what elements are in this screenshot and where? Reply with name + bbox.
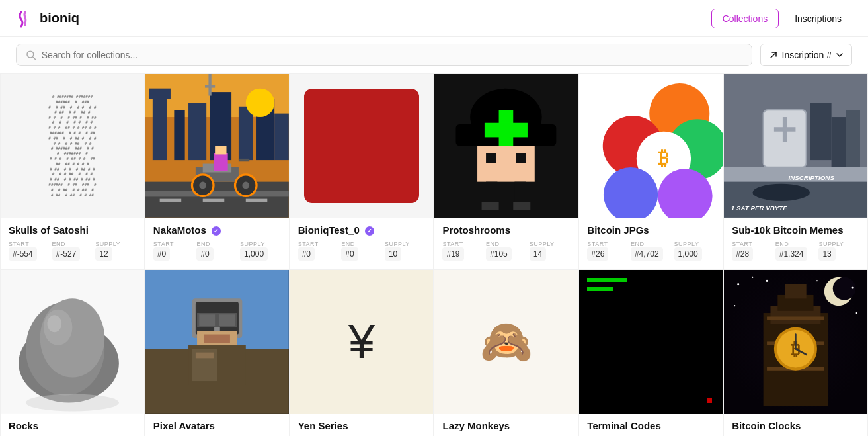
yen-symbol: ¥	[290, 270, 434, 414]
svg-rect-8	[188, 103, 206, 160]
start-label: START	[153, 241, 194, 247]
end-value: #0	[196, 247, 213, 261]
logo[interactable]: bioniq	[16, 9, 79, 28]
card-image	[145, 270, 289, 414]
start-value: #0	[153, 247, 170, 261]
collection-card[interactable]: Protoshrooms START #19 END #105 SUPPLY 1…	[434, 73, 578, 269]
start-label: START	[587, 241, 628, 247]
svg-point-68	[47, 315, 61, 332]
bitcoin-clock-art: ₿	[724, 270, 867, 414]
supply-value: 14	[530, 247, 546, 261]
start-value: #28	[732, 247, 753, 261]
svg-point-23	[242, 182, 249, 189]
collection-card[interactable]: ¥ Yen Series START #35 END #300 SUPPLY 8…	[290, 269, 434, 436]
svg-line-2	[771, 52, 776, 58]
svg-rect-7	[174, 110, 184, 160]
bitcoin-clock-display: ₿	[724, 270, 867, 414]
header: bioniq Collections Inscriptions	[0, 0, 868, 37]
collection-card[interactable]: Terminal Codes START #45 END #600 SUPPLY…	[578, 269, 723, 436]
end-label: END	[52, 241, 93, 247]
red-square	[304, 89, 418, 203]
pixel-avatar-art	[145, 270, 289, 414]
card-body: Bitcoin Clocks START #50 END #800 SUPPLY…	[724, 414, 867, 436]
card-title: Protoshrooms	[442, 224, 570, 236]
start-value: #-554	[9, 247, 37, 261]
svg-point-103	[734, 305, 735, 306]
nav-collections[interactable]: Collections	[711, 9, 779, 28]
nav-inscriptions[interactable]: Inscriptions	[784, 9, 852, 28]
svg-rect-37	[487, 153, 496, 163]
svg-rect-16	[203, 199, 225, 202]
sort-button[interactable]: Inscription #	[760, 44, 852, 66]
svg-rect-79	[204, 334, 230, 343]
svg-point-69	[26, 394, 119, 411]
collection-card[interactable]: 1 SAT PER VBYTE INSCRIPTIONS Sub-10k Bit…	[723, 73, 868, 269]
collection-card[interactable]: NakaMotos START #0 END #0 SUPPLY 1,000	[145, 73, 290, 269]
end-value: #0	[341, 247, 358, 261]
svg-rect-24	[214, 153, 228, 171]
collection-card[interactable]: 🙈 Lazy Monkeys START #40 END #400 SUPPLY…	[434, 269, 578, 436]
card-body: Protoshrooms START #19 END #105 SUPPLY 1…	[434, 218, 578, 269]
end-label: END	[341, 241, 382, 247]
svg-rect-58	[774, 127, 796, 132]
start-label: START	[9, 241, 50, 247]
svg-rect-90	[767, 316, 824, 320]
svg-rect-38	[516, 153, 526, 163]
card-title: Terminal Codes	[587, 420, 715, 431]
card-title: Yen Series	[298, 420, 426, 431]
card-image: ₿	[724, 270, 867, 414]
terminal-display	[579, 270, 723, 414]
card-title: Pixel Avatars	[153, 420, 281, 431]
card-image: ₿	[579, 74, 723, 218]
collection-card[interactable]: ₿ Bitcoin JPGs START #26 END #4,702 SUP	[578, 73, 723, 269]
collection-card[interactable]: Pixel Avatars START #31 END #500 SUPPLY …	[145, 269, 290, 436]
card-meta: START #19 END #105 SUPPLY 14	[442, 241, 570, 261]
svg-rect-14	[145, 191, 289, 197]
card-image	[1, 270, 144, 414]
svg-point-104	[856, 312, 857, 314]
search-bar: Inscription #	[0, 37, 868, 73]
card-body: Yen Series START #35 END #300 SUPPLY 80	[290, 414, 434, 436]
card-image: ¥	[290, 270, 434, 414]
svg-rect-39	[487, 182, 498, 204]
svg-text:₿: ₿	[659, 147, 669, 169]
nakamotos-art	[145, 74, 289, 218]
monkey-emoji: 🙈	[434, 270, 578, 414]
svg-rect-10	[239, 107, 253, 160]
svg-line-1	[33, 57, 36, 60]
svg-rect-40	[515, 182, 526, 204]
svg-rect-76	[219, 314, 235, 326]
card-image: 🙈	[434, 270, 578, 414]
end-label: END	[486, 241, 527, 247]
end-value: #4,702	[631, 247, 663, 261]
svg-rect-15	[160, 199, 182, 202]
start-value: #26	[587, 247, 608, 261]
card-title: Sub-10k Bitcoin Memes	[732, 224, 859, 236]
logo-icon	[16, 9, 34, 28]
supply-label: SUPPLY	[530, 241, 571, 247]
svg-rect-34	[485, 123, 528, 138]
supply-value: 10	[385, 247, 401, 261]
skulls-art: # ####### ####### ###### # ### # # ## # …	[43, 89, 101, 202]
end-label: END	[196, 241, 237, 247]
sub10k-art: 1 SAT PER VBYTE INSCRIPTIONS	[724, 74, 867, 218]
collection-card[interactable]: # ####### ####### ###### # ### # # ## # …	[0, 73, 145, 269]
svg-rect-75	[199, 314, 215, 326]
bitcoin-jpgs-art: ₿	[579, 74, 723, 218]
end-value: #105	[486, 247, 512, 261]
supply-label: SUPPLY	[818, 241, 859, 247]
svg-point-100	[766, 279, 768, 281]
search-input[interactable]	[42, 50, 742, 60]
nav: Collections Inscriptions	[711, 9, 852, 28]
svg-point-99	[752, 277, 753, 278]
collection-card[interactable]: Rocks START #30 END #200 SUPPLY 50	[0, 269, 145, 436]
collection-card[interactable]: ₿ Bitcoin Clocks STAR	[723, 269, 868, 436]
collection-card[interactable]: BioniqTest_0 START #0 END #0 SUPPLY 10	[290, 73, 434, 269]
verified-badge	[212, 226, 221, 236]
protoshrooms-art	[434, 74, 578, 218]
supply-value: 1,000	[674, 247, 702, 261]
svg-text:1 SAT PER VBYTE: 1 SAT PER VBYTE	[731, 204, 787, 212]
svg-rect-89	[785, 284, 807, 299]
card-title: Rocks	[9, 420, 136, 431]
svg-rect-25	[215, 146, 226, 154]
